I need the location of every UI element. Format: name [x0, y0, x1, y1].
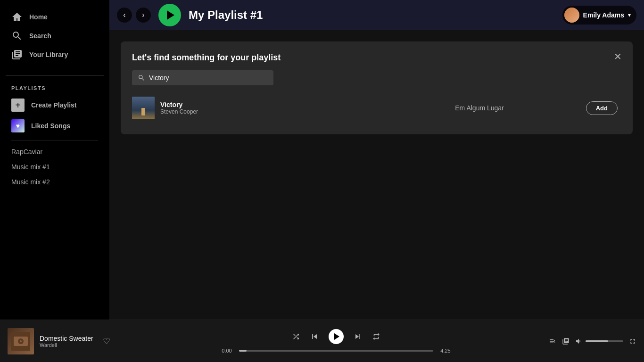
- avatar-image: [564, 8, 579, 23]
- home-icon: [11, 11, 23, 23]
- track-name: Domestic Sweater: [40, 335, 93, 342]
- queue-button[interactable]: [562, 337, 570, 345]
- create-playlist-button[interactable]: + Create Playlist: [6, 95, 104, 115]
- sidebar-item-library[interactable]: Your Library: [6, 45, 104, 64]
- song-result-row: Victory Steven Cooper Em Algum Lugar Add: [132, 93, 621, 123]
- like-button[interactable]: ♡: [103, 336, 110, 346]
- search-input[interactable]: [149, 74, 268, 82]
- playlist-item-musicmix1[interactable]: Music mix #1: [6, 159, 104, 174]
- now-playing-left: Domestic Sweater Wardell ♡: [8, 328, 140, 354]
- chevron-down-icon: ▾: [628, 12, 631, 18]
- search-icon-small: [138, 74, 145, 82]
- play-pause-button[interactable]: [329, 329, 344, 344]
- playlists-label: PLAYLISTS: [6, 80, 104, 95]
- now-playing-album-art: [8, 328, 34, 354]
- volume-area: [575, 337, 623, 345]
- song-album: Em Algum Lugar: [373, 104, 586, 112]
- play-icon-small: [334, 333, 339, 340]
- forward-button[interactable]: ›: [136, 8, 151, 23]
- sidebar-nav: Home Search Your Library: [0, 4, 109, 72]
- sidebar-item-search[interactable]: Search: [6, 26, 104, 45]
- shuffle-button[interactable]: [292, 332, 300, 341]
- user-name: Emily Adams: [583, 11, 624, 19]
- heart-icon: ♥: [11, 119, 25, 132]
- add-song-button[interactable]: Add: [586, 101, 618, 115]
- liked-songs-button[interactable]: ♥ Liked Songs: [6, 115, 104, 136]
- playlist-title: My Playlist #1: [189, 8, 555, 22]
- sidebar-item-home[interactable]: Home: [6, 8, 104, 26]
- back-button[interactable]: ‹: [117, 8, 132, 23]
- progress-bar[interactable]: [239, 350, 433, 352]
- top-bar: ‹ › My Playlist #1 Emily Adams ▾: [109, 0, 644, 30]
- volume-icon[interactable]: [575, 337, 583, 345]
- song-title: Victory: [160, 101, 373, 108]
- player-controls: [292, 329, 380, 344]
- playlist-item-rapcaviar[interactable]: RapCaviar: [6, 144, 104, 159]
- track-artist: Wardell: [40, 342, 93, 348]
- main-content: ‹ › My Playlist #1 Emily Adams ▾ Let's f…: [109, 0, 644, 320]
- search-icon: [11, 30, 23, 41]
- time-current: 0:00: [218, 348, 235, 354]
- find-panel-title: Let's find something for your playlist: [132, 53, 621, 63]
- progress-fill: [239, 350, 247, 352]
- playlist-item-musicmix2[interactable]: Music mix #2: [6, 174, 104, 189]
- svg-point-3: [20, 340, 22, 342]
- playlist-divider: [11, 140, 98, 140]
- play-button-large[interactable]: [158, 4, 181, 26]
- previous-button[interactable]: [310, 332, 319, 341]
- playlists-section: PLAYLISTS + Create Playlist ♥ Liked Song…: [0, 80, 109, 316]
- fullscreen-button[interactable]: [629, 337, 636, 345]
- progress-area: 0:00 4:25: [218, 348, 454, 354]
- next-button[interactable]: [353, 332, 363, 341]
- time-total: 4:25: [437, 348, 454, 354]
- song-info: Victory Steven Cooper: [160, 101, 373, 115]
- now-playing-center: 0:00 4:25: [140, 329, 533, 354]
- lyrics-button[interactable]: [549, 337, 556, 345]
- repeat-button[interactable]: [372, 332, 380, 341]
- find-panel: Let's find something for your playlist ✕: [121, 41, 633, 134]
- now-playing-right: [533, 337, 636, 345]
- user-avatar: [564, 8, 579, 23]
- sidebar: Home Search Your Library: [0, 0, 109, 320]
- library-icon: [11, 49, 23, 60]
- user-menu[interactable]: Emily Adams ▾: [562, 6, 636, 25]
- close-panel-button[interactable]: ✕: [610, 49, 625, 64]
- album-art-figure: [141, 108, 145, 115]
- track-info: Domestic Sweater Wardell: [40, 335, 93, 348]
- sidebar-divider: [6, 75, 104, 76]
- album-art-image: [132, 97, 155, 119]
- volume-fill: [586, 340, 608, 342]
- volume-bar[interactable]: [586, 340, 623, 342]
- now-playing-bar: Domestic Sweater Wardell ♡: [0, 320, 644, 362]
- nav-buttons: ‹ ›: [117, 8, 151, 23]
- plus-icon: +: [11, 99, 25, 112]
- play-icon: [167, 10, 174, 20]
- content-area: Let's find something for your playlist ✕: [109, 30, 644, 320]
- search-box: [132, 70, 273, 85]
- song-artist: Steven Cooper: [160, 108, 373, 115]
- album-art: [132, 97, 155, 119]
